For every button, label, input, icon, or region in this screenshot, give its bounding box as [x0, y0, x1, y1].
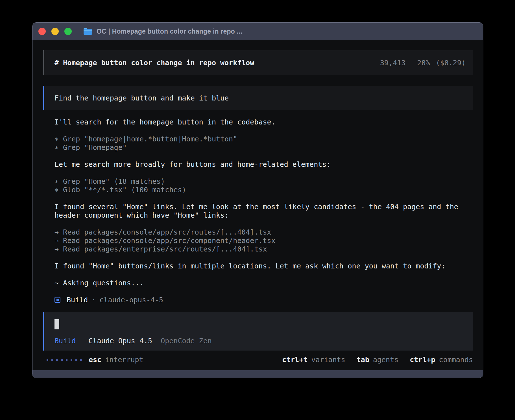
status-bar: esc interrupt ctrl+t variants tab agents… [43, 356, 473, 364]
tool-call-grep: ∗ Grep "Homepage" [54, 143, 473, 152]
progress-dot [47, 359, 48, 361]
prompt-input[interactable]: Build Claude Opus 4.5 OpenCode Zen [43, 312, 473, 351]
agent-name: Build [67, 296, 88, 304]
esc-key-hint: esc [89, 356, 101, 364]
window-bottom-bar [32, 370, 483, 378]
assistant-text: I'll search for the homepage button in t… [54, 118, 473, 126]
model-name: Claude Opus 4.5 [88, 337, 152, 345]
progress-dot [66, 359, 67, 361]
folder-icon [83, 27, 93, 35]
progress-dot [71, 359, 72, 361]
shortcut-agents: tab agents [357, 356, 398, 364]
session-title: # Homepage button color change in repo w… [54, 59, 254, 67]
session-activity-dots [47, 359, 82, 361]
tool-call-read: → Read packages/console/app/src/routes/[… [54, 228, 473, 237]
tool-call-read: → Read packages/enterprise/src/routes/[.… [54, 245, 473, 253]
shortcut-key: ctrl+t [282, 356, 307, 364]
agent-badge: Build · claude-opus-4-5 [54, 296, 473, 304]
user-message-text: Find the homepage button and make it blu… [54, 94, 229, 102]
agent-separator: · [91, 296, 96, 304]
model-provider: OpenCode Zen [161, 337, 212, 345]
minimize-button[interactable] [51, 28, 59, 35]
agent-mode-label: Build [54, 337, 76, 345]
zoom-button[interactable] [64, 28, 72, 35]
shortcut-key: tab [357, 356, 369, 364]
terminal-content: # Homepage button color change in repo w… [32, 40, 483, 370]
status-asking-questions: ~ Asking questions... [54, 279, 473, 287]
progress-dot [56, 359, 58, 361]
progress-dot [75, 359, 77, 361]
close-button[interactable] [38, 28, 46, 35]
token-count: 39,413 [380, 59, 405, 67]
traffic-lights [38, 28, 72, 35]
context-percent: 20% [417, 59, 430, 67]
session-cost: ($0.29) [436, 59, 466, 67]
model-status-line: Build Claude Opus 4.5 OpenCode Zen [54, 337, 473, 345]
shortcut-commands: ctrl+p commands [410, 356, 473, 364]
shortcut-label: agents [373, 356, 398, 364]
tool-call-glob: ∗ Glob "**/*.tsx" (100 matches) [54, 186, 473, 194]
tool-call-grep: ∗ Grep "Home" (18 matches) [54, 177, 473, 186]
text-cursor [54, 319, 59, 329]
titlebar[interactable]: OC | Homepage button color change in rep… [32, 23, 483, 40]
tool-call-read: → Read packages/console/app/src/componen… [54, 237, 473, 245]
assistant-text: Let me search more broadly for buttons a… [54, 160, 473, 169]
window-title: OC | Homepage button color change in rep… [97, 28, 242, 35]
assistant-text: I found "Home" buttons/links in multiple… [54, 262, 473, 270]
progress-dot [80, 359, 82, 361]
status-left: esc interrupt [47, 356, 143, 364]
assistant-transcript: I'll search for the homepage button in t… [43, 118, 473, 304]
agent-model: claude-opus-4-5 [99, 296, 163, 304]
agent-build-icon [54, 297, 60, 303]
esc-key-action: interrupt [105, 356, 143, 364]
user-message: Find the homepage button and make it blu… [43, 86, 473, 110]
session-stats: 39,413 20% ($0.29) [380, 59, 466, 67]
progress-dot [61, 359, 63, 361]
tool-call-grep: ∗ Grep "homepage|home.*button|Home.*butt… [54, 135, 473, 143]
terminal-window: OC | Homepage button color change in rep… [32, 22, 483, 378]
shortcut-hints: ctrl+t variants tab agents ctrl+p comman… [282, 356, 473, 364]
shortcut-variants: ctrl+t variants [282, 356, 345, 364]
assistant-text: I found several "Home" links. Let me loo… [54, 203, 473, 220]
shortcut-key: ctrl+p [410, 356, 435, 364]
shortcut-label: variants [311, 356, 345, 364]
session-header: # Homepage button color change in repo w… [43, 50, 473, 75]
progress-dot [51, 359, 53, 361]
shortcut-label: commands [439, 356, 473, 364]
